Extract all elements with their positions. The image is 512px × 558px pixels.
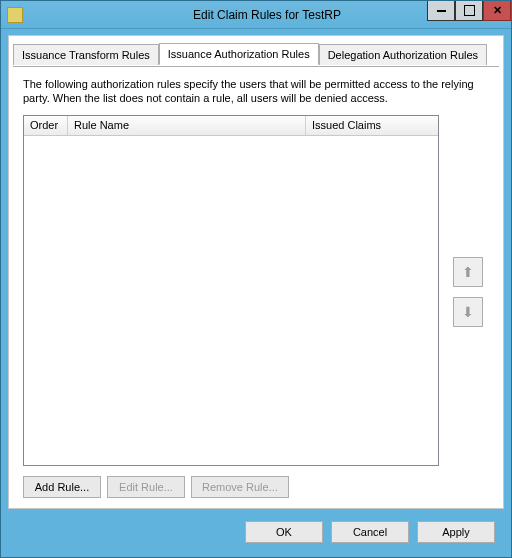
arrow-down-icon: ⬇ — [462, 304, 474, 320]
titlebar[interactable]: Edit Claim Rules for TestRP — [1, 1, 511, 29]
app-icon — [7, 7, 23, 23]
edit-rule-button: Edit Rule... — [107, 476, 185, 498]
window-controls — [427, 1, 511, 21]
tab-body: The following authorization rules specif… — [13, 66, 499, 508]
column-issued-claims[interactable]: Issued Claims — [306, 116, 438, 135]
cancel-button[interactable]: Cancel — [331, 521, 409, 543]
column-rule-name[interactable]: Rule Name — [68, 116, 306, 135]
tab-issuance-transform[interactable]: Issuance Transform Rules — [13, 44, 159, 65]
dialog-window: Edit Claim Rules for TestRP Issuance Tra… — [0, 0, 512, 558]
close-button[interactable] — [483, 1, 511, 21]
tab-delegation-authorization[interactable]: Delegation Authorization Rules — [319, 44, 487, 65]
ok-button[interactable]: OK — [245, 521, 323, 543]
minimize-button[interactable] — [427, 1, 455, 21]
remove-rule-button: Remove Rule... — [191, 476, 289, 498]
column-order[interactable]: Order — [24, 116, 68, 135]
order-buttons: ⬆ ⬇ — [453, 257, 483, 327]
add-rule-button[interactable]: Add Rule... — [23, 476, 101, 498]
move-up-button[interactable]: ⬆ — [453, 257, 483, 287]
move-down-button[interactable]: ⬇ — [453, 297, 483, 327]
rules-listview[interactable]: Order Rule Name Issued Claims — [23, 115, 439, 466]
tab-strip: Issuance Transform Rules Issuance Author… — [9, 36, 503, 64]
client-area: Issuance Transform Rules Issuance Author… — [8, 35, 504, 509]
arrow-up-icon: ⬆ — [462, 264, 474, 280]
listview-header: Order Rule Name Issued Claims — [24, 116, 438, 136]
rule-action-buttons: Add Rule... Edit Rule... Remove Rule... — [23, 476, 439, 498]
description-text: The following authorization rules specif… — [23, 77, 489, 106]
dialog-buttons: OK Cancel Apply — [245, 521, 495, 543]
rules-list-area: Order Rule Name Issued Claims — [23, 115, 439, 466]
tab-issuance-authorization[interactable]: Issuance Authorization Rules — [159, 43, 319, 65]
apply-button[interactable]: Apply — [417, 521, 495, 543]
maximize-button[interactable] — [455, 1, 483, 21]
